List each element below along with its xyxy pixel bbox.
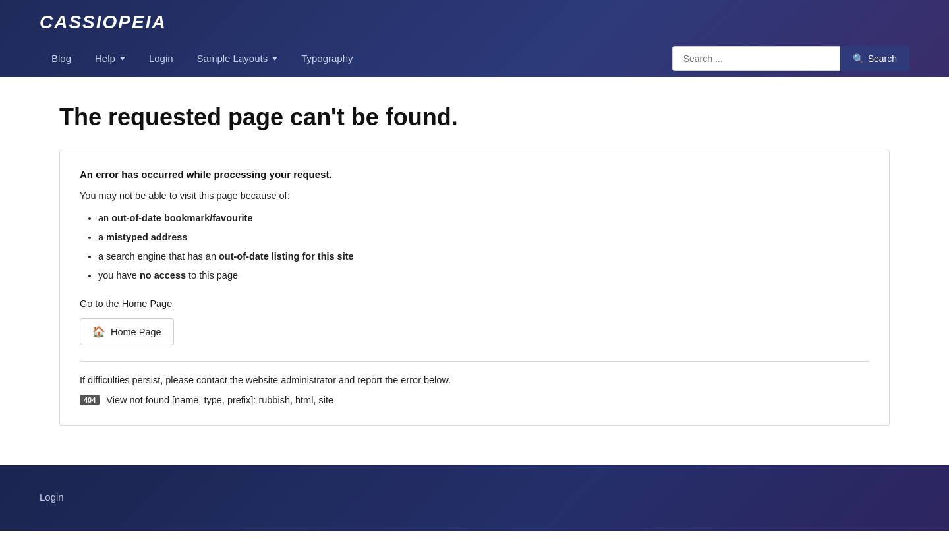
error-code-line: 404 View not found [name, type, prefix]:…	[80, 395, 869, 405]
persist-text: If difficulties persist, please contact …	[80, 375, 869, 385]
list-item: an out-of-date bookmark/favourite	[98, 209, 869, 228]
error-message: View not found [name, type, prefix]: rub…	[106, 395, 333, 405]
page-title: The requested page can't be found.	[59, 103, 890, 131]
list-item: you have no access to this page	[98, 266, 869, 285]
nav-items: Blog Help Login Sample Layouts Typograph…	[40, 40, 365, 77]
site-header: CASSIOPEIA Blog Help Login Sample Layout…	[0, 0, 949, 77]
nav-item-help[interactable]: Help	[83, 46, 137, 70]
chevron-down-icon	[120, 57, 125, 61]
error-box: An error has occurred while processing y…	[59, 150, 890, 426]
search-icon: 🔍	[853, 53, 864, 64]
nav-item-blog[interactable]: Blog	[40, 46, 83, 70]
footer-login-link[interactable]: Login	[40, 491, 64, 503]
nav-item-sample-layouts[interactable]: Sample Layouts	[185, 46, 290, 70]
search-area: 🔍 Search	[672, 46, 909, 71]
search-input[interactable]	[672, 46, 840, 71]
nav-item-login[interactable]: Login	[137, 46, 185, 70]
error-badge: 404	[80, 395, 100, 405]
nav-item-typography[interactable]: Typography	[289, 46, 364, 70]
error-header: An error has occurred while processing y…	[80, 169, 869, 180]
list-item: a mistyped address	[98, 228, 869, 247]
chevron-down-icon	[272, 57, 277, 61]
site-footer: Login	[0, 465, 949, 531]
divider	[80, 361, 869, 362]
error-desc: You may not be able to visit this page b…	[80, 190, 869, 201]
list-item: a search engine that has an out-of-date …	[98, 247, 869, 266]
site-logo[interactable]: CASSIOPEIA	[40, 12, 167, 33]
search-form: 🔍 Search	[672, 46, 909, 71]
search-button[interactable]: 🔍 Search	[840, 46, 909, 71]
main-nav: Blog Help Login Sample Layouts Typograph…	[40, 40, 909, 77]
home-icon: 🏠	[92, 325, 105, 338]
error-reasons-list: an out-of-date bookmark/favourite a mist…	[80, 209, 869, 285]
go-home-text: Go to the Home Page	[80, 298, 869, 309]
home-page-button[interactable]: 🏠 Home Page	[80, 318, 174, 345]
main-content: The requested page can't be found. An er…	[20, 77, 929, 465]
